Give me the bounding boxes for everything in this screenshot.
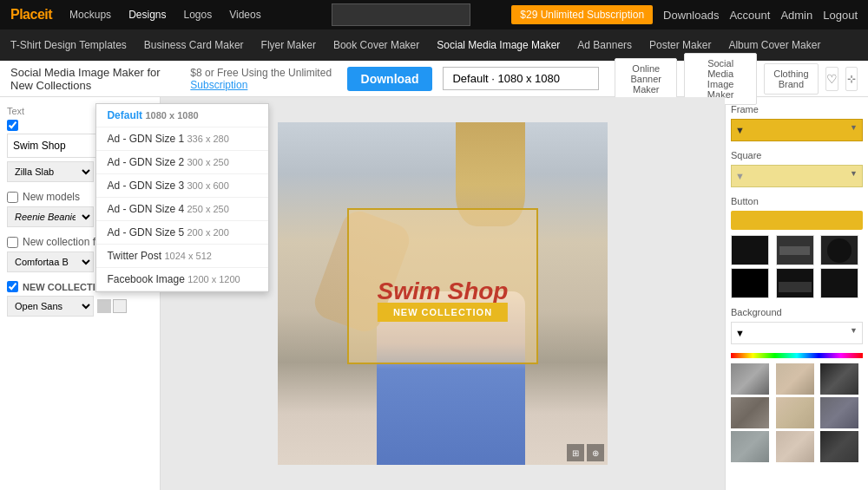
price-text: $8 or Free Using the Unlimited Subscript… [190,67,336,91]
subscription-button[interactable]: $29 Unlimited Subscription [511,5,653,24]
logo-place: Place [10,7,44,22]
sec-nav-links: T-Shirt Design Templates Business Card M… [10,39,820,51]
btn-style-6[interactable] [820,268,858,298]
top-nav-links: Mockups Designs Logos Videos [69,9,291,21]
bg-thumb-1[interactable] [731,363,769,395]
frame-label: Frame [731,104,863,114]
background-thumbnails [731,363,863,462]
toolbar: Social Media Image Maker for New Collect… [0,61,868,97]
nav-account[interactable]: Account [729,9,770,22]
logo-it: it [44,7,52,22]
bg-thumb-2[interactable] [776,363,814,395]
field3-font-select[interactable]: Comfortaa B [7,252,94,272]
field2-label: New models [23,191,80,203]
dropdown-item-gdn1[interactable]: Ad - GDN Size 1 336 x 280 [96,127,268,151]
top-nav-right: $29 Unlimited Subscription Downloads Acc… [511,5,858,24]
size-select[interactable]: Default · 1080 x 1080 [443,67,599,90]
sec-nav-social-media[interactable]: Social Media Image Maker [437,39,560,51]
field4-color-box[interactable] [97,299,111,313]
field1-font-select[interactable]: Zilla Slab [7,161,94,182]
search-input[interactable] [332,3,470,26]
bg-thumb-7[interactable] [731,431,769,462]
dropdown-item-gdn3[interactable]: Ad - GDN Size 3 300 x 600 [96,174,268,198]
bg-thumb-3[interactable] [820,363,858,395]
canvas-new-collection-btn: NEW COLLECTION [378,303,508,322]
page-title: Social Media Image Maker for New Collect… [10,66,180,92]
sec-nav-tshirt[interactable]: T-Shirt Design Templates [10,39,127,51]
frame-select[interactable]: ▼ [731,119,863,141]
sec-nav-book-cover[interactable]: Book Cover Maker [333,39,419,51]
button-style-grid [731,235,863,298]
background-select[interactable]: ▼ [731,322,863,344]
field4-color-box2[interactable] [113,299,127,313]
canvas-image[interactable]: Swim Shop NEW COLLECTION ⊞ ⊕ [278,122,608,465]
square-label: Square [731,150,863,160]
bg-thumb-6[interactable] [820,397,858,428]
nav-mockups[interactable]: Mockups [69,9,111,21]
background-select-wrapper: ▼ [731,322,863,353]
field1-checkbox[interactable] [7,120,18,131]
btn-style-3[interactable] [820,235,858,265]
field4-font-row: Open Sans [7,296,153,317]
field4-checkbox[interactable] [7,281,18,292]
canvas-bottom-toolbar: ⊞ ⊕ [567,444,604,461]
heart-icon: ♡ [826,72,838,86]
nav-logos[interactable]: Logos [183,9,212,21]
clothing-brand-button[interactable]: Clothing Brand [764,63,818,95]
background-color-bar[interactable] [731,353,863,358]
heart-icon-button[interactable]: ♡ [825,67,838,91]
subscription-link[interactable]: Subscription [190,79,247,91]
nav-admin[interactable]: Admin [780,9,812,22]
btn-style-2[interactable] [776,235,814,265]
square-select[interactable]: ▼ [731,165,863,187]
bg-thumb-4[interactable] [731,397,769,428]
sec-nav-flyer[interactable]: Flyer Maker [261,39,316,51]
size-dropdown: Default 1080 x 1080 Ad - GDN Size 1 336 … [95,103,269,292]
btn-style-5[interactable] [776,268,814,298]
right-panel: Frame ▼ Square ▼ Button [725,97,868,490]
square-select-wrapper: ▼ [731,165,863,196]
nav-videos[interactable]: Videos [229,9,260,21]
sec-nav-album[interactable]: Album Cover Maker [728,39,820,51]
bg-thumb-8[interactable] [776,431,814,462]
dropdown-item-gdn2[interactable]: Ad - GDN Size 2 300 x 250 [96,151,268,174]
download-button[interactable]: Download [347,67,433,91]
logo[interactable]: Placeit [10,7,52,23]
field2-font-select[interactable]: Reenie Beanie [7,206,94,227]
nav-designs[interactable]: Designs [128,9,166,21]
share-icon-button[interactable]: ⊹ [845,67,858,91]
sec-nav-poster[interactable]: Poster Maker [649,39,711,51]
bg-thumb-5[interactable] [776,397,814,428]
canvas-tool-resize[interactable]: ⊞ [567,444,584,461]
canvas-tool-move[interactable]: ⊕ [587,444,604,461]
frame-select-wrapper: ▼ [731,119,863,150]
background-label: Background [731,307,863,317]
btn-style-1[interactable] [731,235,769,265]
field4-font-select[interactable]: Open Sans [7,296,94,317]
dropdown-item-default[interactable]: Default 1080 x 1080 [96,104,268,127]
dropdown-item-twitter[interactable]: Twitter Post 1024 x 512 [96,245,268,268]
sec-nav-ad-banners[interactable]: Ad Banners [577,39,632,51]
nav-logout[interactable]: Logout [823,9,858,22]
canvas-swim-shop-text: Swim Shop [378,277,509,304]
nav-downloads[interactable]: Downloads [663,9,719,22]
btn-style-4[interactable] [731,268,769,298]
field2-checkbox[interactable] [7,192,18,203]
field3-checkbox[interactable] [7,237,18,248]
dropdown-item-gdn5[interactable]: Ad - GDN Size 5 200 x 200 [96,221,268,245]
share-icon: ⊹ [847,73,856,85]
top-navigation: Placeit Mockups Designs Logos Videos $29… [0,0,868,29]
online-banner-maker-button[interactable]: Online Banner Maker [615,58,677,100]
dropdown-item-facebook[interactable]: Facebook Image 1200 x 1200 [96,268,268,291]
bg-thumb-9[interactable] [820,431,858,462]
dropdown-item-gdn4[interactable]: Ad - GDN Size 4 250 x 250 [96,198,268,221]
button-label: Button [731,196,863,206]
sec-nav-business-card[interactable]: Business Card Maker [144,39,244,51]
size-dropdown-wrapper: Default · 1080 x 1080 Default 1080 x 108… [443,67,599,90]
